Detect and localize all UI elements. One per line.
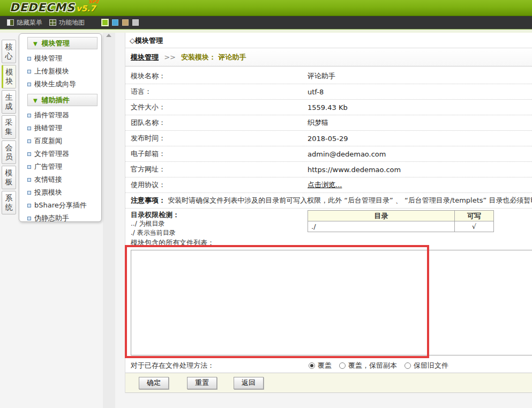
menu-item-error-report[interactable]: 挑错管理: [19, 122, 101, 135]
menu-item-rewrite-helper[interactable]: 伪静态助手: [19, 212, 101, 222]
notice-label: 注意事项：: [131, 196, 166, 204]
app-header: DEDECMSv5.7 SP2: [0, 0, 532, 16]
field-row-filesize: 文件大小： 1559.43 Kb: [125, 100, 532, 115]
theme-swatch-tan[interactable]: [122, 19, 129, 26]
tab-core[interactable]: 核心: [2, 40, 16, 63]
menu-item-module-manage[interactable]: 模块管理: [19, 52, 101, 65]
tab-system[interactable]: 系统: [2, 191, 16, 214]
table-row: ./ √: [308, 221, 494, 232]
square-bullet-icon: [27, 57, 31, 61]
theme-swatch-green[interactable]: [102, 19, 108, 26]
tab-template[interactable]: 模板: [2, 166, 16, 189]
menu-item-plugin-manager[interactable]: 插件管理器: [19, 109, 101, 122]
tab-generate[interactable]: 生成: [2, 90, 16, 114]
module-tab-strip: 核心 模块 生成 采集 会员 模板 系统: [2, 40, 18, 216]
tab-collect[interactable]: 采集: [2, 115, 16, 139]
breadcrumb-current: 安装模块： 评论助手: [181, 53, 246, 61]
filelist-box[interactable]: [131, 250, 532, 355]
back-button[interactable]: 返回: [234, 377, 264, 389]
field-row-website: 官方网址： https://www.dedemao.com: [125, 162, 532, 177]
square-bullet-icon: [27, 204, 31, 207]
square-bullet-icon: [27, 178, 31, 182]
left-menu-panel: ▼模块管理 模块管理 上传新模块 模块生成向导 ▼辅助插件 插件管理器 挑错管理…: [19, 33, 102, 222]
square-bullet-icon: [27, 152, 31, 156]
radio-unchecked-icon[interactable]: [404, 362, 411, 369]
field-row-language: 语言： utf-8: [125, 84, 532, 100]
menu-item-upload-module[interactable]: 上传新模块: [19, 65, 101, 78]
writable-cell: √: [455, 221, 494, 232]
logo-sp-badge: SP2: [88, 0, 99, 4]
team-value: 织梦猫: [308, 118, 328, 128]
breadcrumb-link-module-manage[interactable]: 模块管理: [131, 53, 159, 61]
radio-unchecked-icon[interactable]: [339, 362, 346, 369]
menu-item-friend-links[interactable]: 友情链接: [19, 173, 101, 186]
sitemap-grid-icon: [49, 19, 56, 26]
dedecms-logo: DEDECMSv5.7 SP2: [10, 1, 95, 14]
field-row-module-name: 模块名称： 评论助手: [125, 69, 532, 84]
menu-section-aux-plugins[interactable]: ▼辅助插件: [27, 94, 98, 106]
module-name-value: 评论助手: [308, 71, 335, 81]
dir-cell: ./: [308, 221, 455, 232]
field-row-team: 团队名称： 织梦猫: [125, 115, 532, 131]
menu-item-file-manager[interactable]: 文件管理器: [19, 147, 101, 160]
collapse-menu-handle[interactable]: [106, 34, 111, 37]
breadcrumb: 模块管理 >> 安装模块： 评论助手: [125, 48, 532, 66]
field-row-release-date: 发布时间： 2018-05-29: [125, 131, 532, 146]
page-title: ◇模块管理: [125, 33, 532, 48]
square-bullet-icon: [27, 191, 31, 195]
col-header-directory: 目录: [308, 211, 455, 221]
menu-item-vote-module[interactable]: 投票模块: [19, 186, 101, 199]
sitemap-button[interactable]: 功能地图: [49, 18, 85, 27]
square-bullet-icon: [27, 165, 31, 169]
tab-module[interactable]: 模块: [2, 65, 16, 88]
chevron-down-icon: ▼: [33, 41, 38, 47]
field-row-email: 电子邮箱： admin@dedemao.com: [125, 146, 532, 162]
tab-member[interactable]: 会员: [2, 140, 16, 164]
reset-button[interactable]: 重置: [187, 377, 217, 389]
dir-permission-table: 目录 可写 ./ √: [308, 210, 494, 232]
language-value: utf-8: [308, 88, 324, 96]
theme-swatch-blue[interactable]: [112, 19, 118, 26]
notice-row: 注意事项： 安装时请确保文件列表中涉及的目录前可写入权限，此外 “后台管理目录”…: [125, 193, 532, 209]
square-bullet-icon: [27, 139, 31, 143]
logo-text: DEDECMS: [10, 1, 75, 14]
field-row-license: 使用协议： 点击浏览...: [125, 177, 532, 193]
square-bullet-icon: [27, 83, 31, 86]
logo-version: v5.7: [76, 4, 95, 13]
table-header-row: 目录 可写: [308, 211, 494, 221]
hide-menu-label: 隐藏菜单: [17, 18, 42, 27]
chevron-down-icon: ▼: [33, 98, 38, 103]
square-bullet-icon: [27, 114, 31, 117]
hide-menu-icon: [7, 19, 14, 26]
license-browse-link[interactable]: 点击浏览...: [308, 181, 342, 189]
menu-item-baidu-news[interactable]: 百度新闻: [19, 135, 101, 147]
radio-option-keep-old[interactable]: 保留旧文件: [404, 361, 448, 370]
radio-option-overwrite-keep-copy[interactable]: 覆盖，保留副本: [339, 361, 397, 370]
main-content-panel: ◇模块管理 模块管理 >> 安装模块： 评论助手 模块名称： 评论助手 语言： …: [125, 33, 532, 393]
theme-swatch-gray[interactable]: [132, 19, 139, 26]
notice-text: 安装时请确保文件列表中涉及的目录前可写入权限，此外 “后台管理目录” 、 “后台…: [166, 196, 532, 204]
menu-item-module-wizard[interactable]: 模块生成向导: [19, 78, 101, 91]
top-toolbar: 隐藏菜单 功能地图: [0, 16, 532, 29]
form-button-bar: 确定 重置 返回: [125, 373, 532, 393]
hide-menu-button[interactable]: 隐藏菜单: [7, 18, 42, 27]
menu-divider: [103, 33, 115, 408]
release-date-value: 2018-05-29: [308, 135, 348, 143]
square-bullet-icon: [27, 70, 31, 73]
menu-item-bshare-plugin[interactable]: bShare分享插件: [19, 199, 101, 212]
confirm-button[interactable]: 确定: [139, 377, 169, 389]
email-value: admin@dedemao.com: [308, 150, 386, 158]
breadcrumb-separator: >>: [164, 53, 176, 61]
overwrite-label: 对于已存在文件处理方法：: [131, 361, 309, 370]
theme-swatches: [102, 19, 143, 26]
radio-option-overwrite[interactable]: 覆盖: [309, 361, 332, 370]
filelist-label: 模块包含的所有文件列表：: [125, 238, 532, 250]
square-bullet-icon: [27, 127, 31, 130]
radio-checked-icon[interactable]: [309, 362, 315, 369]
menu-item-ad-manage[interactable]: 广告管理: [19, 160, 101, 173]
overwrite-options-row: 对于已存在文件处理方法： 覆盖 覆盖，保留副本 保留旧文件: [125, 358, 532, 373]
menu-section-module-manage[interactable]: ▼模块管理: [27, 37, 98, 49]
col-header-writable: 可写: [455, 211, 494, 221]
filesize-value: 1559.43 Kb: [308, 103, 348, 112]
website-value: https://www.dedemao.com: [308, 166, 401, 174]
